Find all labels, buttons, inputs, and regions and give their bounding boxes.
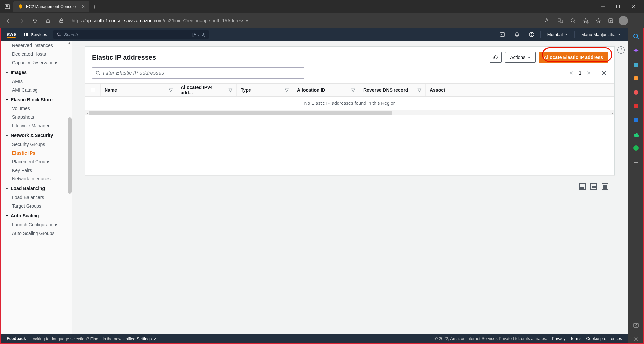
layout-bottom-icon[interactable] <box>579 183 586 190</box>
sidebar-section-net[interactable]: ▼Network & Security <box>1 130 72 140</box>
scrollbar-thumb[interactable] <box>68 117 72 194</box>
sidebar-item-elastic-ips[interactable]: Elastic IPs <box>1 149 72 157</box>
close-window-button[interactable] <box>626 2 641 12</box>
th-allocated-ipv4[interactable]: Allocated IPv4 add...▽ <box>177 84 237 96</box>
sidebar-section-ebs[interactable]: ▼Elastic Block Store <box>1 94 72 104</box>
back-button[interactable] <box>3 15 14 26</box>
edge-add-icon[interactable]: ＋ <box>632 158 640 166</box>
sidebar-item[interactable]: Auto Scaling Groups <box>1 229 72 238</box>
hscroll-thumb[interactable] <box>89 111 392 115</box>
unified-settings-link[interactable]: Unified Settings ↗ <box>123 337 157 341</box>
sidebar-item[interactable]: Key Pairs <box>1 166 72 174</box>
favorites-icon[interactable] <box>593 15 604 26</box>
read-aloud-icon[interactable]: A)) <box>542 15 553 26</box>
sidebar-section-lb[interactable]: ▼Load Balancing <box>1 183 72 193</box>
sidebar-item[interactable]: AMI Catalog <box>1 86 72 94</box>
edge-games-icon[interactable] <box>632 88 640 96</box>
account-menu[interactable]: Manu Manjunatha▼ <box>578 32 624 37</box>
maximize-button[interactable] <box>611 2 625 12</box>
favorites-star-icon[interactable]: G <box>580 15 591 26</box>
actions-button[interactable]: Actions ▼ <box>505 52 536 63</box>
allocate-elastic-ip-button[interactable]: Allocate Elastic IP address <box>539 52 608 63</box>
main-content: i Elastic IP addresses Actions ▼ <box>72 41 628 334</box>
minimize-button[interactable] <box>596 2 610 12</box>
sidebar-item[interactable]: Capacity Reservations <box>1 58 72 67</box>
svg-rect-20 <box>26 34 27 35</box>
layout-full-icon[interactable] <box>602 183 608 190</box>
sidebar-item[interactable]: Security Groups <box>1 140 72 149</box>
refresh-button[interactable] <box>29 15 40 26</box>
sidebar-item[interactable]: Lifecycle Manager <box>1 121 72 130</box>
edge-spotify-icon[interactable] <box>632 144 640 152</box>
sort-icon: ▽ <box>351 87 355 93</box>
horizontal-scrollbar[interactable]: ◂ ▸ <box>85 110 614 115</box>
region-selector[interactable]: Mumbai▼ <box>544 32 571 37</box>
home-button[interactable] <box>42 15 54 26</box>
edge-office-icon[interactable] <box>632 102 640 110</box>
prev-page-button[interactable]: < <box>570 70 573 77</box>
info-icon[interactable]: i <box>617 46 625 54</box>
th-type[interactable]: Type▽ <box>237 84 293 96</box>
address-bar[interactable]: https://ap-south-1.console.aws.amazon.co… <box>69 18 540 23</box>
edge-search-icon[interactable] <box>632 33 640 40</box>
sidebar-item[interactable]: Dedicated Hosts <box>1 50 72 58</box>
th-allocation-id[interactable]: Allocation ID▽ <box>293 84 359 96</box>
sidebar-item[interactable]: Launch Configurations <box>1 220 72 229</box>
aws-logo[interactable]: aws <box>5 32 18 38</box>
sidebar-item[interactable]: Volumes <box>1 104 72 113</box>
sidebar-section-as[interactable]: ▼Auto Scaling <box>1 210 72 220</box>
select-all-checkbox[interactable] <box>85 84 101 96</box>
aws-search-input[interactable]: Search [Alt+S] <box>53 30 209 39</box>
edge-copilot-icon[interactable] <box>632 46 640 54</box>
sidebar-item[interactable]: Target Groups <box>1 202 72 210</box>
settings-gear-icon[interactable] <box>600 69 608 77</box>
profile-avatar[interactable] <box>618 15 629 26</box>
tab-overview-icon[interactable] <box>1 0 13 13</box>
new-tab-button[interactable]: ＋ <box>89 3 99 11</box>
close-tab-icon[interactable]: × <box>82 4 85 10</box>
edge-collapse-icon[interactable] <box>632 321 640 329</box>
scroll-up-icon[interactable]: ▲ <box>67 41 72 46</box>
footer-privacy[interactable]: Privacy <box>552 336 566 341</box>
ec2-sidebar[interactable]: ▲ Reserved Instances Dedicated Hosts Cap… <box>1 41 72 334</box>
scroll-right-icon[interactable]: ▸ <box>610 111 614 115</box>
sidebar-item[interactable]: Placement Groups <box>1 157 72 166</box>
th-name[interactable]: Name▽ <box>101 84 177 96</box>
more-menu-icon[interactable]: ··· <box>631 15 641 26</box>
panel-splitter[interactable] <box>85 175 615 182</box>
user-label: Manu Manjunatha <box>581 32 616 37</box>
feedback-link[interactable]: Feedback <box>7 336 26 341</box>
sidebar-item[interactable]: Load Balancers <box>1 193 72 202</box>
footer-terms[interactable]: Terms <box>570 336 582 341</box>
collections-icon[interactable] <box>606 15 616 26</box>
sidebar-item[interactable]: Snapshots <box>1 113 72 121</box>
refresh-button[interactable] <box>490 52 502 63</box>
th-reverse-dns[interactable]: Reverse DNS record▽ <box>359 84 426 96</box>
scroll-left-icon[interactable]: ◂ <box>85 111 89 115</box>
edge-tools-icon[interactable] <box>632 74 640 82</box>
footer-cookies[interactable]: Cookie preferences <box>586 336 622 341</box>
cloudshell-icon[interactable] <box>497 29 508 40</box>
translate-icon[interactable] <box>555 15 566 26</box>
notifications-bell-icon[interactable] <box>511 29 523 40</box>
filter-input[interactable]: Filter Elastic IP addresses <box>92 67 304 79</box>
layout-side-icon[interactable] <box>590 183 597 190</box>
sidebar-section-images[interactable]: ▼Images <box>1 67 72 77</box>
edge-outlook-icon[interactable] <box>632 116 640 124</box>
edge-shopping-icon[interactable] <box>632 60 640 68</box>
site-info-lock-icon[interactable] <box>56 15 67 26</box>
sidebar-item[interactable]: Network Interfaces <box>1 174 72 183</box>
services-menu[interactable]: Services <box>21 32 50 37</box>
help-icon[interactable]: ? <box>526 29 537 40</box>
elastic-ip-panel: Elastic IP addresses Actions ▼ Allocate … <box>85 46 615 175</box>
edge-settings-gear-icon[interactable] <box>632 335 640 343</box>
th-associated[interactable]: Associ <box>426 84 614 96</box>
sidebar-item[interactable]: AMIs <box>1 77 72 86</box>
next-page-button[interactable]: > <box>587 70 590 77</box>
zoom-icon[interactable] <box>568 15 578 26</box>
actions-label: Actions <box>510 55 525 60</box>
sidebar-item[interactable]: Reserved Instances <box>1 41 72 50</box>
edge-onedrive-icon[interactable] <box>632 130 640 138</box>
sort-icon: ▽ <box>229 87 232 93</box>
browser-tab[interactable]: EC2 Management Console × <box>13 1 89 12</box>
